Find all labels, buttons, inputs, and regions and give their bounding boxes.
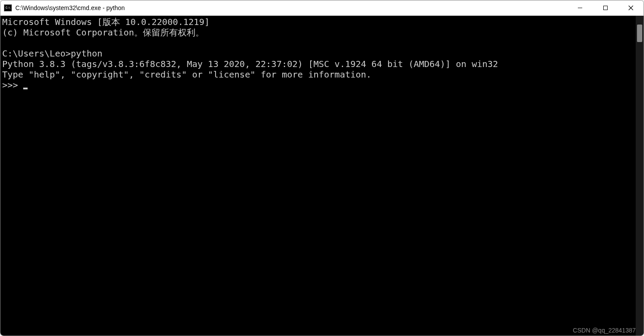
- cursor: [23, 88, 28, 89]
- python-prompt: >>>: [2, 80, 23, 90]
- scrollbar-thumb[interactable]: [637, 25, 642, 42]
- copyright-line: (c) Microsoft Corporation。保留所有权利。: [2, 27, 204, 38]
- terminal-content[interactable]: Microsoft Windows [版本 10.0.22000.1219] (…: [0, 16, 636, 336]
- window-controls: [567, 0, 644, 15]
- minimize-icon: [577, 5, 583, 11]
- os-version-line: Microsoft Windows [版本 10.0.22000.1219]: [2, 17, 209, 27]
- cmd-icon: C:\: [4, 4, 12, 11]
- watermark: CSDN @qq_22841387: [573, 327, 636, 334]
- prompt-path: C:\Users\Leo>: [2, 48, 71, 59]
- titlebar[interactable]: C:\ C:\Windows\system32\cmd.exe - python: [0, 0, 644, 16]
- typed-command: python: [71, 48, 103, 59]
- python-help-line: Type "help", "copyright", "credits" or "…: [2, 69, 372, 80]
- close-icon: [628, 5, 633, 11]
- main-window: C:\ C:\Windows\system32\cmd.exe - python: [0, 0, 644, 336]
- terminal-area[interactable]: Microsoft Windows [版本 10.0.22000.1219] (…: [0, 16, 644, 336]
- python-banner: Python 3.8.3 (tags/v3.8.3:6f8c832, May 1…: [2, 59, 498, 69]
- maximize-button[interactable]: [593, 0, 618, 15]
- minimize-button[interactable]: [567, 0, 593, 15]
- svg-rect-1: [604, 6, 608, 10]
- window-title: C:\Windows\system32\cmd.exe - python: [15, 4, 567, 11]
- close-button[interactable]: [618, 0, 644, 15]
- scrollbar-track[interactable]: [636, 16, 644, 336]
- maximize-icon: [603, 5, 608, 11]
